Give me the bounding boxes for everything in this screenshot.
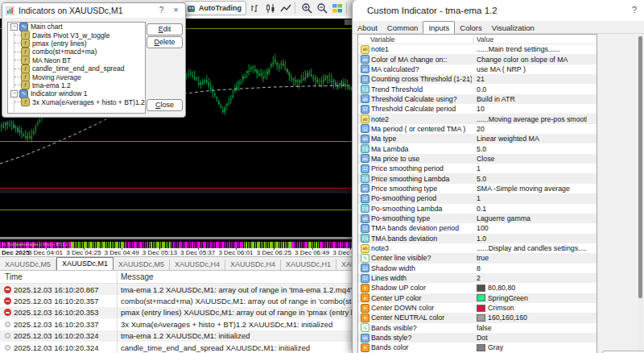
param-row[interactable]: 12Lines width2 [358, 273, 597, 283]
param-row[interactable]: 12Ma period ( or centered TMA )20 [358, 124, 597, 134]
chart-tab-xauusdch1[interactable]: XAUUSDc,H1 [281, 260, 336, 270]
tree-item-ma-neon-bt[interactable]: fMA Neon BT [8, 56, 145, 64]
param-value[interactable]: ......Moving average pre-pos smoothing s… [477, 115, 587, 123]
param-value[interactable]: 160,160,160 [477, 314, 587, 322]
param-value[interactable]: 0.0 [477, 85, 587, 93]
line-chart-icon[interactable] [279, 2, 292, 15]
minus-expand-icon[interactable]: − [10, 90, 18, 98]
param-row[interactable]: 12Po-smoothing period1 [358, 193, 597, 203]
param-row[interactable]: 7.0TMA bands deviation1.0 [358, 234, 597, 243]
param-row[interactable]: 7.0Price smoothing Lambda5.0 [358, 173, 597, 183]
param-row[interactable]: abPo-smoothing typeLaguerre gamma [358, 214, 597, 223]
param-value[interactable]: 1 [477, 164, 587, 172]
close-button[interactable]: Close [147, 99, 183, 111]
minus-expand-icon[interactable]: − [10, 23, 18, 31]
tree-item-main-chart[interactable]: −∿Main chart [8, 23, 145, 31]
param-row[interactable]: abMA calculated?use MA ( NRP ) [358, 64, 597, 74]
chart-tab-xauusdch4[interactable]: XAUUSDc,H4 [225, 260, 281, 270]
tree-item-moving-average[interactable]: fMoving Average [8, 73, 145, 81]
param-value[interactable]: true [477, 254, 587, 262]
indicators-dialog-titlebar[interactable]: Indicators on XAUUSDc,M1 ? × [2, 3, 185, 18]
custom-help-button[interactable]: ? [632, 5, 637, 15]
tree-item-indicator-window-1[interactable]: −∿Indicator window 1 [8, 89, 145, 98]
chart-tab-xauusdcm1[interactable]: XAUUSDc,M1 [56, 257, 114, 270]
tree-item-tma-ema-1-2[interactable]: ftma-ema 1.2 [8, 81, 145, 89]
close-icon[interactable]: × [170, 5, 182, 16]
param-value[interactable]: 1 [477, 194, 587, 202]
param-value[interactable]: 21 [477, 75, 587, 83]
tile-windows-icon[interactable] [331, 2, 344, 15]
param-row[interactable]: abPrice smoothing typeSMA -Simple moving… [358, 184, 597, 193]
tree-item-pmax--entry-lines-[interactable]: fpmax (entry lines) [8, 39, 145, 48]
param-value[interactable]: 100 [477, 224, 587, 232]
tab-about[interactable]: About [353, 22, 382, 33]
custom-dialog-titlebar[interactable]: Custom Indicator - tma-ema 1.2 ? [353, 0, 644, 21]
chart-tab-xauusdcm5[interactable]: XAUUSDc,M5 [114, 260, 170, 270]
chart-tab-xauusdch4[interactable]: XAUUSDc,H4 [170, 260, 225, 270]
tab-common[interactable]: Common [382, 22, 423, 33]
edit-button[interactable]: Edit [147, 23, 183, 35]
time-axis[interactable]: Dec 20253 Dec 04:013 Dec 04:253 Dec 04:4… [0, 248, 352, 257]
param-row[interactable]: 12Counting cross Threshold (1-21)21 [358, 74, 597, 84]
tab-colors[interactable]: Colors [455, 22, 486, 33]
param-row[interactable]: 12Threshold Calculate period10 [358, 104, 597, 114]
param-row[interactable]: 12Price smoothing period1 [358, 164, 597, 173]
param-value[interactable]: 2 [477, 274, 587, 282]
param-value[interactable]: ......Main trend settings...... [477, 45, 587, 53]
param-row[interactable]: 7.0Po-smoothing Lambda0.1 [358, 204, 597, 214]
param-row[interactable]: ■Shadow UP color80,80,80 [358, 283, 597, 293]
zoom-in-icon[interactable] [300, 2, 313, 15]
param-row[interactable]: abThreshold Calculate using?Build in ATR [358, 94, 597, 104]
param-row[interactable]: ∿Bands visible?false [358, 323, 597, 333]
tree-item-candle-time-end-and-spread[interactable]: fcandle_time_end_and_spread [8, 64, 145, 73]
param-row[interactable]: abnote3......Display and candles setting… [358, 243, 597, 253]
chart-scroll-box[interactable] [345, 19, 352, 25]
tab-visualization[interactable]: Visualization [487, 22, 539, 33]
param-value[interactable]: 80,80,80 [477, 284, 587, 292]
param-row[interactable]: abMa typeLinear weighted MA [358, 134, 597, 143]
param-value[interactable]: ......Display and candles settings...... [477, 244, 587, 252]
param-value[interactable]: SMA -Simple moving average [477, 185, 587, 193]
param-value[interactable]: 20 [477, 125, 587, 133]
param-value[interactable]: 10 [477, 105, 587, 113]
param-row[interactable]: 7.0Ma Lambda5.0 [358, 143, 597, 153]
param-value[interactable]: false [477, 324, 587, 332]
param-row[interactable]: ∿Center line visible?true [358, 253, 597, 263]
param-value[interactable]: Build in ATR [477, 95, 587, 103]
param-value[interactable]: 5.0 [477, 145, 587, 153]
param-row[interactable]: abMa price to useClose [358, 154, 597, 164]
table-scrollbar[interactable] [638, 35, 643, 353]
tab-inputs[interactable]: Inputs [423, 21, 455, 34]
param-row[interactable]: ■Center NEUTRAL color160,160,160 [358, 313, 597, 322]
param-value[interactable]: Dot [477, 334, 587, 342]
param-value[interactable]: Gray [477, 343, 587, 351]
table-column-divider[interactable] [473, 35, 474, 43]
tree-item-combo-st-macd-ma-[interactable]: fcombo(st+macd+ma) [8, 48, 145, 56]
param-row[interactable]: abnote2......Moving average pre-pos smoo… [358, 114, 597, 123]
param-row[interactable]: ■Bands colorGray [358, 343, 597, 352]
param-value[interactable]: Close [477, 155, 587, 163]
param-row[interactable]: 12Shadow width8 [358, 264, 597, 273]
param-value[interactable]: 8 [477, 264, 587, 272]
journal-column-divider[interactable] [117, 271, 118, 353]
param-row[interactable]: abnote1......Main trend settings...... [358, 44, 597, 54]
param-row[interactable]: abBands style?Dot [358, 333, 597, 343]
param-value[interactable]: Crimson [477, 304, 587, 312]
param-value[interactable]: SpringGreen [477, 294, 587, 302]
param-row[interactable]: abColor of MA change on::Change color on… [358, 54, 597, 64]
chart-tab-xauusdcm5[interactable]: XAUUSDc,M5 [0, 260, 56, 270]
param-value[interactable]: Laguerre gamma [477, 214, 587, 222]
param-row[interactable]: ■Center UP colorSpringGreen [358, 293, 597, 303]
candlestick-chart-icon[interactable] [264, 2, 277, 15]
param-value[interactable]: 5.0 [477, 175, 587, 183]
zoom-out-icon[interactable] [316, 2, 328, 15]
param-value[interactable]: 1.0 [477, 235, 587, 243]
param-value[interactable]: Change color on slope of MA [477, 56, 587, 64]
bar-chart-icon[interactable] [249, 2, 262, 15]
autotrading-button[interactable]: AutoTrading [183, 1, 246, 15]
param-row[interactable]: 7.0Trend Threshold0.0 [358, 84, 597, 93]
param-value[interactable]: use MA ( NRP ) [477, 65, 587, 73]
param-value[interactable]: 0.1 [477, 205, 587, 213]
param-value[interactable]: Linear weighted MA [477, 135, 587, 143]
tree-item-davits-pivot-v3-w-toggle[interactable]: fDavits Pivot V3_w_toggle [8, 31, 145, 39]
